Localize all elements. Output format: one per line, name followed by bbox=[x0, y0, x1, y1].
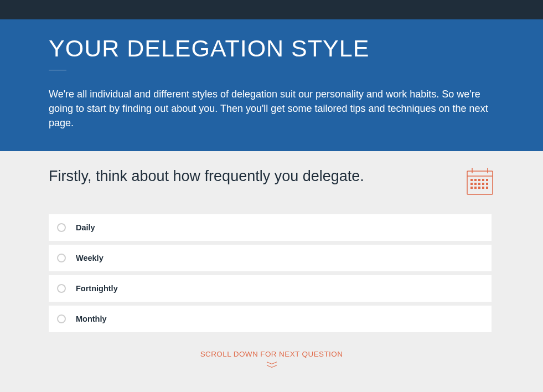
svg-rect-13 bbox=[486, 183, 488, 185]
svg-rect-11 bbox=[478, 183, 480, 185]
option-label: Monthly bbox=[76, 314, 107, 323]
question-prompt: Firstly, think about how frequently you … bbox=[49, 167, 364, 186]
svg-rect-9 bbox=[470, 183, 473, 185]
svg-rect-14 bbox=[470, 187, 473, 189]
option-label: Daily bbox=[76, 223, 95, 232]
svg-rect-10 bbox=[474, 183, 477, 185]
svg-rect-7 bbox=[482, 179, 484, 181]
radio-icon bbox=[57, 284, 66, 293]
radio-icon bbox=[57, 254, 66, 262]
scroll-hint[interactable]: SCROLL DOWN FOR NEXT QUESTION bbox=[49, 350, 494, 368]
radio-icon bbox=[57, 223, 66, 232]
svg-rect-12 bbox=[482, 183, 484, 185]
svg-rect-6 bbox=[478, 179, 480, 181]
option-daily[interactable]: Daily bbox=[49, 214, 492, 241]
svg-rect-5 bbox=[474, 179, 477, 181]
content-section: Firstly, think about how frequently you … bbox=[0, 151, 543, 379]
option-label: Fortnightly bbox=[76, 284, 118, 293]
svg-rect-15 bbox=[474, 187, 477, 189]
svg-rect-16 bbox=[478, 187, 480, 189]
option-fortnightly[interactable]: Fortnightly bbox=[49, 275, 492, 302]
svg-rect-17 bbox=[482, 187, 484, 189]
page-title: YOUR DELEGATION STYLE bbox=[49, 35, 494, 62]
title-underline bbox=[49, 70, 66, 70]
svg-rect-4 bbox=[470, 179, 473, 181]
question-header: Firstly, think about how frequently you … bbox=[49, 167, 494, 198]
hero-description: We're all individual and different style… bbox=[49, 87, 494, 130]
svg-rect-8 bbox=[486, 179, 488, 181]
calendar-icon bbox=[466, 167, 494, 198]
hero-section: YOUR DELEGATION STYLE We're all individu… bbox=[0, 19, 543, 151]
options-list: Daily Weekly Fortnightly Monthly bbox=[49, 214, 492, 332]
option-monthly[interactable]: Monthly bbox=[49, 306, 492, 332]
topbar bbox=[0, 0, 543, 19]
radio-icon bbox=[57, 314, 66, 323]
option-label: Weekly bbox=[76, 254, 104, 262]
svg-rect-18 bbox=[486, 187, 488, 189]
option-weekly[interactable]: Weekly bbox=[49, 245, 492, 271]
scroll-hint-text: SCROLL DOWN FOR NEXT QUESTION bbox=[49, 350, 494, 358]
chevron-down-icon bbox=[49, 362, 494, 368]
